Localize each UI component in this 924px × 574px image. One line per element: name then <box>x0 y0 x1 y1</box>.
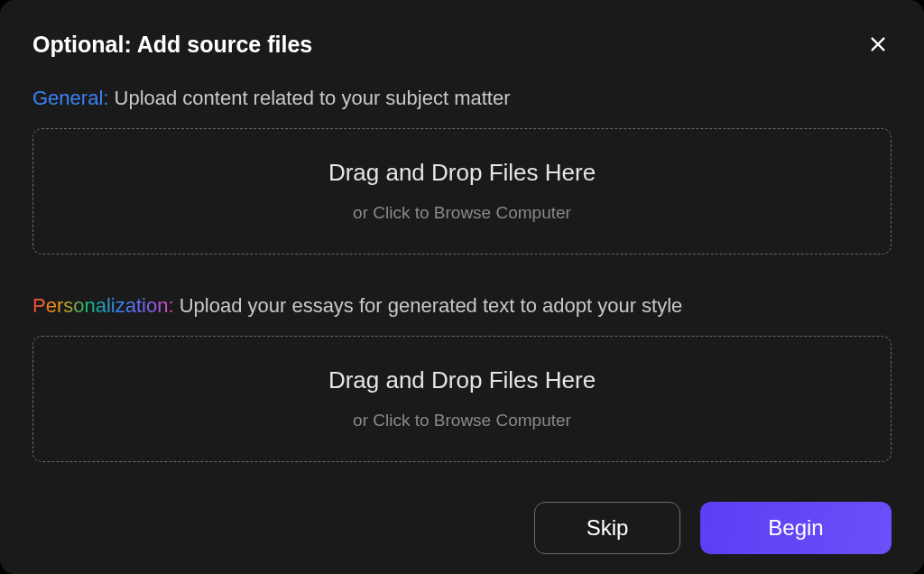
personalization-section-header: Personalization: Upload your essays for … <box>32 294 892 318</box>
add-source-files-modal: Optional: Add source files General: Uplo… <box>0 0 924 574</box>
modal-title: Optional: Add source files <box>32 32 312 58</box>
dropzone-title: Drag and Drop Files Here <box>328 159 596 187</box>
dropzone-subtitle: or Click to Browse Computer <box>353 203 571 223</box>
general-label: General: <box>32 87 108 109</box>
skip-button[interactable]: Skip <box>534 502 680 554</box>
close-icon <box>868 34 888 54</box>
personalization-dropzone[interactable]: Drag and Drop Files Here or Click to Bro… <box>32 336 892 462</box>
modal-header: Optional: Add source files <box>32 31 892 58</box>
button-row: Skip Begin <box>32 502 892 554</box>
general-section: General: Upload content related to your … <box>32 87 892 255</box>
general-description: Upload content related to your subject m… <box>108 87 510 109</box>
general-dropzone[interactable]: Drag and Drop Files Here or Click to Bro… <box>32 128 892 255</box>
general-section-header: General: Upload content related to your … <box>32 87 892 110</box>
personalization-description: Upload your essays for generated text to… <box>174 294 683 317</box>
begin-button[interactable]: Begin <box>700 502 892 554</box>
dropzone-subtitle: or Click to Browse Computer <box>353 411 571 430</box>
dropzone-title: Drag and Drop Files Here <box>328 366 596 394</box>
personalization-section: Personalization: Upload your essays for … <box>32 294 892 462</box>
close-button[interactable] <box>864 31 892 58</box>
personalization-label: Personalization: <box>32 294 174 317</box>
